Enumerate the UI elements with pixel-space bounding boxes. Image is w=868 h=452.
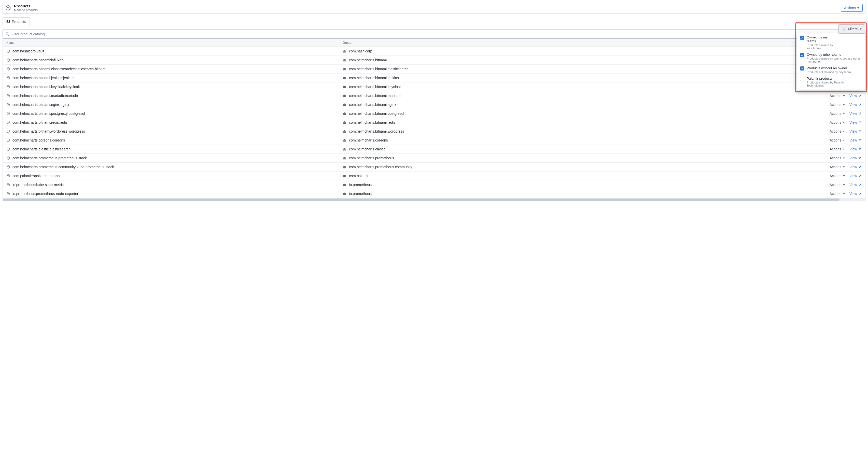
product-icon [6, 174, 10, 177]
row-actions-button[interactable]: Actions [830, 111, 845, 116]
table-row[interactable]: com.helmcharts.bitnami.redis:rediscom.he… [3, 118, 865, 127]
table-row[interactable]: com.helmcharts.prometheus:prometheus-sta… [3, 154, 865, 163]
row-actions-label: Actions [830, 111, 841, 116]
product-name: io.prometheus:kube-state-metrics [12, 183, 65, 187]
search-icon [5, 32, 9, 36]
table-row[interactable]: com.helmcharts.bitnami.wordpress:wordpre… [3, 127, 865, 136]
view-link[interactable]: View [849, 165, 862, 169]
group-name: com.helmcharts.bitnami.wordpress [349, 129, 404, 133]
group-name: com.helmcharts.coredns [349, 138, 388, 142]
group-icon [343, 148, 346, 151]
cell-name: com.helmcharts.bitnami.nginx:nginx [3, 100, 339, 109]
product-name: com.helmcharts.bitnami.jenkins:jenkins [12, 76, 74, 80]
row-actions-label: Actions [830, 120, 841, 125]
cell-name: com.helmcharts.elastic:elasticsearch [3, 145, 339, 154]
filter-option[interactable]: Owned by my teamsProducts claimed by you… [797, 33, 838, 51]
product-icon [6, 138, 10, 142]
filter-icon [842, 27, 846, 31]
chevron-down-icon [843, 149, 845, 150]
row-actions-button[interactable]: Actions [830, 165, 845, 169]
row-actions-button[interactable]: Actions [830, 192, 845, 196]
filter-option[interactable]: Owned by other teamsProducts claimed by … [797, 51, 865, 64]
header-actions-button[interactable]: Actions [841, 4, 863, 12]
table-row[interactable]: com.hashicorp:vaultcom.hashicorpActionsV… [3, 47, 865, 56]
row-actions-button[interactable]: Actions [830, 147, 845, 151]
row-actions-label: Actions [830, 192, 841, 196]
cell-name: com.helmcharts.bitnami.elasticsearch:ela… [3, 65, 339, 73]
filter-option[interactable]: Palantir productsProducts shipped by Pal… [797, 74, 865, 90]
tab-products[interactable]: 53 Products [3, 17, 30, 26]
product-name: com.helmcharts.coredns:coredns [12, 138, 65, 142]
group-name: com.helmcharts.bitnami.redis [349, 120, 395, 125]
view-link[interactable]: View [849, 129, 862, 133]
chevron-down-icon [843, 95, 845, 96]
view-link[interactable]: View [849, 192, 862, 196]
product-name: com.helmcharts.prometheus.community:kube… [12, 165, 114, 169]
view-link[interactable]: View [849, 183, 862, 187]
view-link[interactable]: View [849, 94, 862, 98]
search-field[interactable] [3, 30, 865, 39]
open-icon [858, 183, 862, 187]
view-link[interactable]: View [849, 103, 862, 107]
table-row[interactable]: com.helmcharts.bitnami.nginx:nginxcom.he… [3, 100, 865, 109]
view-label: View [849, 183, 857, 187]
checkbox[interactable] [800, 66, 804, 70]
tabs: 53 Products [3, 17, 865, 26]
table-row[interactable]: com.helmcharts.coredns:corednscom.helmch… [3, 136, 865, 145]
view-link[interactable]: View [849, 111, 862, 116]
group-name: com.helmcharts.prometheus.community [349, 165, 412, 169]
row-actions-button[interactable]: Actions [830, 94, 845, 98]
table-row[interactable]: io.prometheus:prometheus-node-exporterio… [3, 189, 865, 198]
view-link[interactable]: View [849, 156, 862, 160]
view-link[interactable]: View [849, 174, 862, 178]
view-link[interactable]: View [849, 138, 862, 142]
row-actions-button[interactable]: Actions [830, 120, 845, 125]
group-icon [343, 50, 346, 53]
scrollbar-thumb[interactable] [3, 198, 839, 201]
product-name: com.hashicorp:vault [12, 49, 44, 53]
horizontal-scrollbar[interactable] [3, 198, 865, 201]
table-row[interactable]: com.helmcharts.bitnami:influxdbcom.helmc… [3, 56, 865, 65]
product-icon [6, 148, 10, 151]
cell-name: com.helmcharts.bitnami.mariadb:mariadb [3, 91, 339, 100]
checkbox[interactable] [800, 53, 804, 57]
group-icon [343, 183, 346, 187]
product-icon [6, 165, 10, 169]
row-actions-button[interactable]: Actions [830, 138, 845, 142]
filter-option[interactable]: Products without an ownerProducts not cl… [797, 64, 865, 74]
group-icon [343, 130, 346, 133]
cell-name: com.helmcharts.prometheus:prometheus-sta… [3, 154, 339, 162]
group-name: com.helmcharts.bitnami.elasticsearch [349, 67, 408, 71]
column-name[interactable]: Name [3, 39, 339, 46]
group-name: io.prometheus [349, 183, 372, 187]
view-label: View [849, 138, 857, 142]
view-link[interactable]: View [849, 120, 862, 125]
group-name: com.palantir [349, 174, 368, 178]
table-row[interactable]: com.helmcharts.bitnami.jenkins:jenkinsco… [3, 73, 865, 83]
product-icon [6, 94, 10, 97]
open-icon [858, 94, 862, 97]
open-icon [858, 148, 862, 151]
table-row[interactable]: io.prometheus:kube-state-metricsio.prome… [3, 181, 865, 189]
filters-button[interactable]: Filters [838, 25, 865, 34]
search-input[interactable] [9, 32, 863, 36]
table-row[interactable]: com.helmcharts.bitnami.postgresql:postgr… [3, 109, 865, 118]
table-row[interactable]: com.palantir:apollo-demo-appcom.palantir… [3, 171, 865, 181]
checkbox[interactable] [800, 36, 804, 40]
row-actions-button[interactable]: Actions [830, 103, 845, 107]
page-header: Products Manage products Actions [3, 2, 865, 14]
row-actions-button[interactable]: Actions [830, 129, 845, 133]
table-row[interactable]: com.helmcharts.bitnami.elasticsearch:ela… [3, 65, 865, 73]
group-icon [343, 165, 346, 169]
checkbox[interactable] [800, 77, 804, 81]
table-row[interactable]: com.helmcharts.elastic:elasticsearchcom.… [3, 145, 865, 154]
column-group[interactable]: Group [339, 39, 693, 46]
table-row[interactable]: com.helmcharts.bitnami.mariadb:mariadbco… [3, 91, 865, 100]
row-actions-button[interactable]: Actions [830, 156, 845, 160]
view-link[interactable]: View [849, 147, 862, 151]
row-actions-button[interactable]: Actions [830, 174, 845, 178]
row-actions-button[interactable]: Actions [830, 183, 845, 187]
product-name: com.helmcharts.prometheus:prometheus-sta… [12, 156, 87, 160]
table-row[interactable]: com.helmcharts.prometheus.community:kube… [3, 163, 865, 171]
table-row[interactable]: com.helmcharts.bitnami.keycloak:keycloak… [3, 83, 865, 91]
